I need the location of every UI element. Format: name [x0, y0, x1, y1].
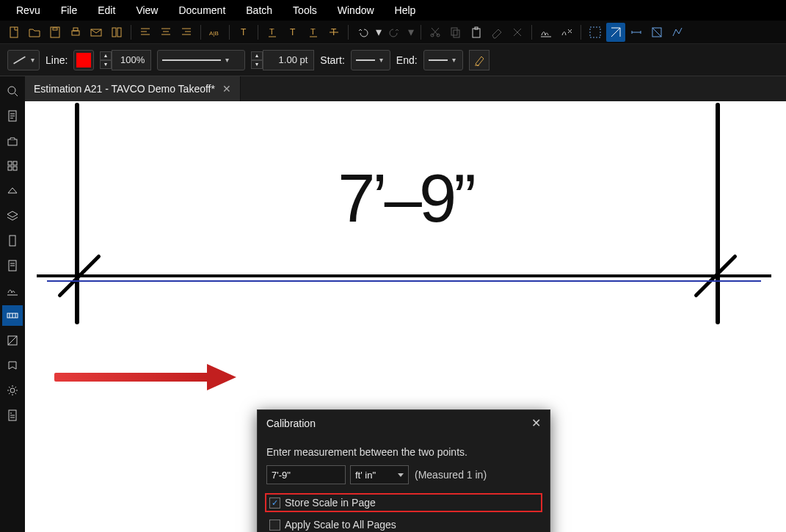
undo-icon[interactable]: [353, 23, 372, 42]
menu-help[interactable]: Help: [385, 1, 426, 19]
text-underline2-icon[interactable]: T: [304, 23, 323, 42]
end-cap-label: End:: [396, 54, 418, 66]
svg-text:T: T: [290, 27, 296, 37]
properties-icon[interactable]: [2, 255, 23, 276]
text-t-icon[interactable]: T: [234, 23, 253, 42]
line-style-dropdown[interactable]: ▾: [157, 50, 245, 70]
signatures-panel-icon[interactable]: [2, 280, 23, 301]
redo-icon[interactable]: [385, 23, 404, 42]
width-spinner[interactable]: ▴▾ 1.00 pt: [251, 50, 314, 70]
svg-rect-32: [13, 167, 17, 170]
checkbox-icon[interactable]: [269, 520, 280, 531]
settings-icon[interactable]: [2, 380, 23, 401]
menu-view[interactable]: View: [125, 1, 168, 19]
apply-all-label: Apply Scale to All Pages: [285, 519, 396, 531]
bookmarks-icon[interactable]: [2, 230, 23, 251]
menu-document[interactable]: Document: [168, 1, 236, 19]
undo-dropdown-icon[interactable]: ▾: [374, 23, 384, 42]
line-tool-dropdown[interactable]: ▾: [7, 50, 40, 70]
cut-icon[interactable]: [426, 23, 445, 42]
text-annotation-icon[interactable]: A|B: [205, 23, 225, 42]
polyline-crop-icon[interactable]: [668, 23, 687, 42]
erase-icon[interactable]: [487, 23, 506, 42]
unit-dropdown[interactable]: ft' in": [350, 465, 409, 484]
end-cap-dropdown[interactable]: ▾: [423, 50, 463, 70]
svg-rect-3: [72, 31, 79, 35]
spinner-up-icon[interactable]: ▴: [251, 51, 263, 60]
width-value[interactable]: 1.00 pt: [263, 50, 314, 70]
text-t2-icon[interactable]: T: [283, 23, 302, 42]
text-underline-icon[interactable]: T: [263, 23, 282, 42]
svg-line-22: [14, 57, 26, 64]
links-icon[interactable]: [2, 330, 23, 351]
apply-all-checkbox-row[interactable]: Apply Scale to All Pages: [266, 517, 541, 532]
compare-icon[interactable]: [107, 23, 126, 42]
separator: [421, 25, 421, 40]
align-right-icon[interactable]: [177, 23, 196, 42]
text-strike-icon[interactable]: T: [324, 23, 343, 42]
opacity-spinner[interactable]: ▴▾ 100%: [100, 50, 151, 70]
chevron-down-icon: ▾: [452, 56, 456, 64]
svg-text:T: T: [310, 27, 316, 36]
spinner-up-icon[interactable]: ▴: [100, 51, 112, 60]
measurements-icon[interactable]: [2, 305, 23, 326]
close-icon[interactable]: ✕: [531, 416, 541, 430]
left-panel-dock: [0, 76, 25, 532]
signature-icon[interactable]: [536, 23, 556, 42]
crop-icon[interactable]: [647, 23, 666, 42]
search-icon[interactable]: [2, 81, 23, 101]
paste-icon[interactable]: [467, 23, 486, 42]
thumbnails-icon[interactable]: [2, 156, 23, 176]
opacity-value[interactable]: 100%: [112, 50, 151, 70]
measurement-input[interactable]: [266, 465, 346, 484]
toolbox-icon[interactable]: [2, 131, 23, 151]
close-icon[interactable]: ✕: [222, 83, 231, 95]
spinner-down-icon[interactable]: ▾: [251, 60, 263, 69]
store-scale-checkbox-row[interactable]: ✓ Store Scale in Page: [266, 495, 541, 511]
menu-window[interactable]: Window: [327, 1, 385, 19]
menu-batch[interactable]: Batch: [236, 1, 283, 19]
svg-rect-30: [13, 161, 17, 165]
dynamic-fill-icon[interactable]: [606, 23, 625, 42]
copy-icon[interactable]: [446, 23, 465, 42]
svg-rect-31: [8, 167, 12, 170]
calibration-line[interactable]: [47, 280, 761, 282]
align-center-icon[interactable]: [156, 23, 175, 42]
start-cap-dropdown[interactable]: ▾: [351, 50, 390, 70]
align-left-icon[interactable]: [136, 23, 155, 42]
delete-x-icon[interactable]: [508, 23, 527, 42]
spaces-icon[interactable]: [2, 355, 23, 376]
dimension-tick-right: [686, 247, 745, 305]
cloud-icon[interactable]: [2, 181, 23, 201]
menu-file[interactable]: File: [51, 1, 88, 19]
tab-bar: Estimation A21 - TAVCO Demo Takeoff* ✕: [0, 76, 786, 101]
menu-revu[interactable]: Revu: [6, 1, 51, 19]
dimension-tool-icon[interactable]: [586, 23, 605, 42]
signature-cancel-icon[interactable]: [557, 23, 576, 42]
checkbox-icon[interactable]: ✓: [269, 498, 280, 509]
menu-tools[interactable]: Tools: [283, 1, 327, 19]
file-info-icon[interactable]: [2, 106, 23, 126]
save-icon[interactable]: [46, 23, 65, 42]
menu-edit[interactable]: Edit: [87, 1, 125, 19]
open-folder-icon[interactable]: [25, 23, 44, 42]
measure-w-icon[interactable]: [627, 23, 646, 42]
line-color-picker[interactable]: [73, 50, 94, 70]
redo-dropdown-icon[interactable]: ▾: [406, 23, 416, 42]
dialog-titlebar[interactable]: Calibration ✕: [258, 410, 550, 436]
separator: [581, 25, 581, 40]
forms-icon[interactable]: [2, 405, 23, 426]
email-icon[interactable]: [87, 23, 106, 42]
menu-bar: Revu File Edit View Document Batch Tools…: [0, 0, 786, 21]
layers-icon[interactable]: [2, 205, 23, 226]
svg-rect-18: [473, 29, 480, 37]
highlighter-button[interactable]: [469, 50, 490, 70]
print-icon[interactable]: [66, 23, 85, 42]
document-canvas[interactable]: 7’–9” Calibration ✕ Enter measurement be…: [25, 101, 786, 532]
tab-title: Estimation A21 - TAVCO Demo Takeoff*: [34, 83, 215, 95]
svg-text:T: T: [269, 27, 274, 36]
spinner-down-icon[interactable]: ▾: [100, 60, 112, 69]
new-file-icon[interactable]: [4, 23, 23, 42]
svg-rect-1: [51, 27, 59, 37]
document-tab[interactable]: Estimation A21 - TAVCO Demo Takeoff* ✕: [25, 76, 241, 101]
